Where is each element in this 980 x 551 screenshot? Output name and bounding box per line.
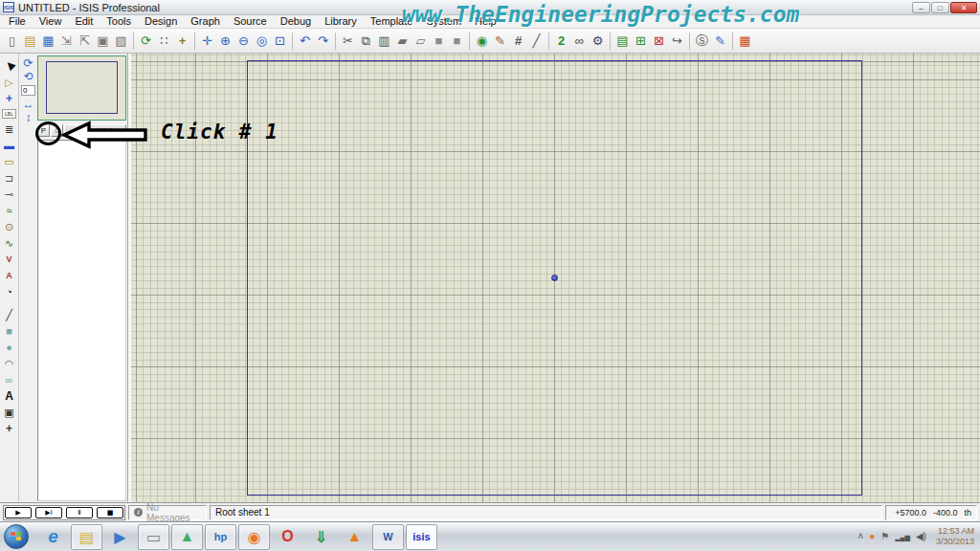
mirror-vertical-button[interactable]: ↕ (21, 111, 36, 124)
taskbar-vlc[interactable]: ▲ (339, 524, 370, 550)
device-pin-mode-icon[interactable]: ⊸ (2, 187, 17, 202)
separator[interactable] (548, 33, 549, 50)
goto-sheet-icon[interactable]: ↪ (669, 33, 685, 50)
separator[interactable] (194, 33, 195, 50)
design-overview[interactable] (37, 55, 126, 121)
remove-sheet-icon[interactable]: ⊠ (651, 33, 667, 50)
zoom-in-icon[interactable]: ⊕ (217, 33, 234, 50)
delete-block-icon[interactable]: ■ (449, 33, 465, 50)
taskbar-idm[interactable]: ⇓ (305, 524, 337, 550)
taskbar-media-player[interactable]: ▶ (104, 524, 136, 550)
terminal-mode-icon[interactable]: ⊐ (2, 170, 17, 186)
cut-icon[interactable]: ✂ (340, 33, 356, 50)
menu-template[interactable]: Template (364, 15, 420, 28)
separator[interactable] (689, 33, 690, 50)
tape-recorder-mode-icon[interactable]: ⊙ (2, 219, 17, 234)
origin-icon[interactable]: + (174, 33, 190, 50)
box-2d-icon[interactable]: ■ (2, 323, 17, 339)
redraw-icon[interactable]: ⟳ (138, 33, 154, 50)
taskbar-hp-support[interactable]: hp (205, 524, 236, 550)
zoom-all-icon[interactable]: ◎ (254, 33, 270, 50)
property-assignment-icon[interactable]: ⚙ (590, 33, 606, 50)
search-tag-icon[interactable]: ∞ (571, 33, 588, 50)
stop-button[interactable]: ■ (97, 507, 123, 518)
rotation-angle-input[interactable] (21, 85, 35, 96)
new-file-icon[interactable]: ▯ (4, 33, 20, 50)
undo-icon[interactable]: ↶ (297, 33, 313, 50)
export-section-icon[interactable]: ⇱ (77, 33, 93, 50)
rotate-anticlockwise-button[interactable]: ⟲ (21, 70, 36, 83)
virtual-instruments-mode-icon[interactable]: ◔ (2, 284, 17, 299)
copy-block-icon[interactable]: ▰ (394, 33, 411, 50)
paste-icon[interactable]: ▥ (376, 33, 392, 50)
graph-mode-icon[interactable]: ≈ (2, 203, 17, 218)
tray-action-center-icon[interactable]: ⚑ (880, 532, 889, 541)
mark-output-icon[interactable]: ▧ (113, 33, 129, 50)
separator[interactable] (335, 33, 336, 50)
pick-devices-button[interactable]: P (37, 124, 50, 137)
object-selector-list[interactable] (37, 140, 126, 501)
save-file-icon[interactable]: ▦ (40, 33, 56, 50)
taskbar-remote-desktop[interactable]: ▭ (138, 524, 169, 550)
ares-netlist-icon[interactable]: ▦ (737, 33, 753, 50)
taskbar-firefox[interactable]: ◉ (238, 524, 270, 550)
decompose-icon[interactable]: ╱ (528, 33, 545, 50)
menu-debug[interactable]: Debug (274, 15, 318, 28)
play-button[interactable]: ▶ (5, 507, 32, 518)
subcircuit-mode-icon[interactable]: ▭ (2, 154, 17, 169)
zoom-area-icon[interactable]: ⊡ (272, 33, 288, 50)
separator[interactable] (292, 33, 293, 50)
pan-icon[interactable]: ✛ (199, 33, 215, 50)
edit-script-icon[interactable]: ✎ (712, 33, 728, 50)
menu-source[interactable]: Source (227, 15, 274, 28)
text-script-mode-icon[interactable]: ≣ (2, 121, 17, 137)
schematic-canvas[interactable] (128, 54, 980, 502)
minimize-button[interactable]: – (912, 2, 930, 13)
zoom-out-icon[interactable]: ⊖ (235, 33, 252, 50)
new-sheet-icon[interactable]: ⊞ (633, 33, 649, 50)
separator[interactable] (469, 33, 470, 50)
design-explorer-icon[interactable]: ▤ (614, 33, 631, 50)
start-button[interactable] (4, 524, 29, 549)
grid-toggle-icon[interactable]: ∷ (156, 33, 172, 50)
step-button[interactable]: ▶Ⅰ (35, 507, 62, 518)
text-2d-icon[interactable]: A (2, 388, 17, 404)
move-block-icon[interactable]: ▱ (412, 33, 429, 50)
make-device-icon[interactable]: ✎ (492, 33, 508, 50)
close-button[interactable]: ✕ (950, 2, 977, 13)
generator-mode-icon[interactable]: ∿ (2, 235, 17, 251)
symbol-2d-icon[interactable]: ▣ (2, 405, 17, 420)
menu-help[interactable]: Help (468, 15, 503, 28)
circle-2d-icon[interactable]: ● (2, 340, 17, 355)
tray-volume-icon[interactable]: ◀) (916, 532, 926, 541)
taskbar-hp-photo[interactable]: ▲ (171, 524, 203, 550)
current-probe-mode-icon[interactable]: A (2, 268, 17, 283)
menu-library[interactable]: Library (318, 15, 364, 28)
separator[interactable] (133, 33, 134, 50)
import-section-icon[interactable]: ⇲ (58, 33, 75, 50)
library-manager-button[interactable]: L (51, 124, 63, 137)
print-icon[interactable]: ▣ (95, 33, 111, 50)
marker-2d-icon[interactable]: + (2, 421, 17, 436)
open-file-icon[interactable]: ▤ (22, 33, 38, 50)
show-design-icon[interactable]: Ⓢ (694, 33, 710, 50)
taskbar-windows-explorer[interactable]: ▤ (71, 524, 102, 550)
menu-design[interactable]: Design (138, 15, 184, 28)
menu-graph[interactable]: Graph (184, 15, 227, 28)
path-2d-icon[interactable]: ∞ (2, 372, 17, 387)
menu-system[interactable]: System (419, 15, 468, 28)
packaging-tool-icon[interactable]: # (510, 33, 526, 50)
copy-icon[interactable]: ⧉ (358, 33, 374, 50)
maximize-button[interactable]: □ (931, 2, 949, 13)
arc-2d-icon[interactable]: ◠ (2, 356, 17, 371)
tray-antivirus-icon[interactable]: ● (869, 532, 875, 541)
taskbar-clock[interactable]: 12:53 AM 3/30/2013 (936, 526, 974, 547)
taskbar-word[interactable]: W (372, 524, 404, 550)
pick-device-icon[interactable]: ◉ (474, 33, 490, 50)
taskbar-isis[interactable]: isis (406, 524, 437, 550)
separator[interactable] (610, 33, 611, 50)
menu-file[interactable]: File (2, 15, 33, 28)
line-2d-icon[interactable]: ╱ (2, 307, 17, 322)
menu-edit[interactable]: Edit (68, 15, 100, 28)
rotate-clockwise-button[interactable]: ⟳ (21, 56, 36, 70)
